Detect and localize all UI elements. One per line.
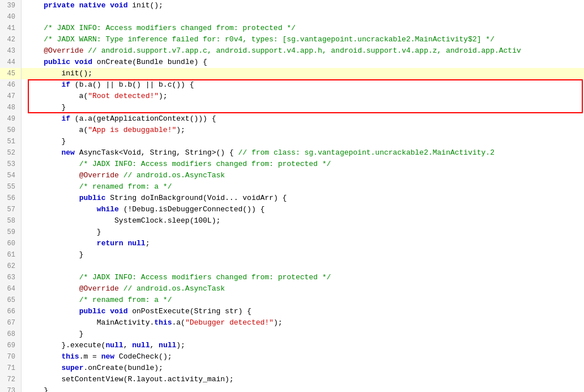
code-line: 44 public void onCreate(Bundle bundle) { [0,57,584,68]
line-content: /* renamed from: a */ [22,295,584,306]
line-content: if (a.a(getApplicationContext())) { [22,113,584,125]
line-number: 45 [0,68,22,79]
line-content: /* JADX INFO: Access modifiers changed f… [22,272,584,283]
code-line: 40 [0,11,584,23]
code-line: 59 } [0,227,584,238]
line-content: @Override // android.os.AsyncTask [22,170,584,181]
line-number: 66 [0,306,22,317]
code-line: 72 setContentView(R.layout.activity_main… [0,374,584,385]
line-number: 53 [0,159,22,170]
line-content: private native void init(); [22,0,584,11]
code-line: 50 a("App is debuggable!"); [0,125,584,136]
line-number: 70 [0,351,22,363]
line-content: SystemClock.sleep(100L); [22,215,584,227]
line-number: 68 [0,329,22,340]
line-content [22,11,584,23]
line-content: } [22,102,584,113]
line-number: 41 [0,23,22,34]
code-line: 68 } [0,329,584,340]
code-line: 49 if (a.a(getApplicationContext())) { [0,113,584,125]
line-content: super.onCreate(bundle); [22,363,584,374]
line-content: @Override // android.os.AsyncTask [22,283,584,295]
line-content: public void onCreate(Bundle bundle) { [22,57,584,68]
code-line: 65 /* renamed from: a */ [0,295,584,306]
line-content: /* JADX INFO: Access modifiers changed f… [22,23,584,34]
code-line: 52 new AsyncTask<Void, String, String>()… [0,147,584,159]
code-line: 47 a("Root detected!"); [0,91,584,102]
line-number: 44 [0,57,22,68]
line-content: return null; [22,238,584,249]
code-line: 41 /* JADX INFO: Access modifiers change… [0,23,584,34]
line-content: } [22,329,584,340]
line-number: 59 [0,227,22,238]
line-number: 63 [0,272,22,283]
code-line: 69 }.execute(null, null, null); [0,340,584,351]
line-number: 39 [0,0,22,11]
line-number: 55 [0,181,22,193]
code-line: 45 init(); [0,68,584,79]
line-number: 52 [0,147,22,159]
line-number: 49 [0,113,22,125]
line-number: 51 [0,136,22,147]
line-content: /* JADX INFO: Access modifiers changed f… [22,159,584,170]
line-content: public void onPostExecute(String str) { [22,306,584,317]
code-line: 56 public String doInBackground(Void... … [0,193,584,204]
code-line: 53 /* JADX INFO: Access modifiers change… [0,159,584,170]
line-content: /* JADX WARN: Type inference failed for:… [22,34,584,45]
line-content: init(); [22,68,584,79]
line-number: 40 [0,11,22,23]
line-content: setContentView(R.layout.activity_main); [22,374,584,385]
line-number: 71 [0,363,22,374]
code-line: 57 while (!Debug.isDebuggerConnected()) … [0,204,584,215]
line-number: 56 [0,193,22,204]
code-line: 58 SystemClock.sleep(100L); [0,215,584,227]
code-line: 46 if (b.a() || b.b() || b.c()) { [0,79,584,91]
line-number: 73 [0,385,22,392]
line-number: 46 [0,79,22,91]
line-number: 64 [0,283,22,295]
code-line: 51 } [0,136,584,147]
line-content: /* renamed from: a */ [22,181,584,193]
line-number: 57 [0,204,22,215]
line-content: this.m = new CodeCheck(); [22,351,584,363]
code-line: 63 /* JADX INFO: Access modifiers change… [0,272,584,283]
line-number: 50 [0,125,22,136]
line-number: 62 [0,261,22,272]
code-line: 66 public void onPostExecute(String str)… [0,306,584,317]
line-content: } [22,249,584,261]
code-line: 39 private native void init(); [0,0,584,11]
line-number: 48 [0,102,22,113]
line-content: new AsyncTask<Void, String, String>() { … [22,147,584,159]
line-number: 67 [0,317,22,329]
line-number: 72 [0,374,22,385]
line-number: 42 [0,34,22,45]
code-line: 61 } [0,249,584,261]
line-content [22,261,584,272]
code-editor: 39 private native void init();40 41 /* J… [0,0,584,392]
line-number: 58 [0,215,22,227]
line-content: while (!Debug.isDebuggerConnected()) { [22,204,584,215]
line-content: a("Root detected!"); [22,91,584,102]
code-line: 55 /* renamed from: a */ [0,181,584,193]
line-content: MainActivity.this.a("Debugger detected!"… [22,317,584,329]
code-line: 42 /* JADX WARN: Type inference failed f… [0,34,584,45]
code-line: 60 return null; [0,238,584,249]
code-line: 70 this.m = new CodeCheck(); [0,351,584,363]
code-line: 43 @Override // android.support.v7.app.c… [0,45,584,57]
line-content: public String doInBackground(Void... voi… [22,193,584,204]
line-content: if (b.a() || b.b() || b.c()) { [22,79,584,91]
code-line: 71 super.onCreate(bundle); [0,363,584,374]
line-content: a("App is debuggable!"); [22,125,584,136]
line-number: 60 [0,238,22,249]
line-number: 61 [0,249,22,261]
line-content: } [22,385,584,392]
line-content: } [22,227,584,238]
line-content: @Override // android.support.v7.app.c, a… [22,45,584,57]
line-number: 43 [0,45,22,57]
line-number: 65 [0,295,22,306]
line-content: }.execute(null, null, null); [22,340,584,351]
line-number: 47 [0,91,22,102]
code-line: 67 MainActivity.this.a("Debugger detecte… [0,317,584,329]
code-line: 54 @Override // android.os.AsyncTask [0,170,584,181]
line-number: 54 [0,170,22,181]
